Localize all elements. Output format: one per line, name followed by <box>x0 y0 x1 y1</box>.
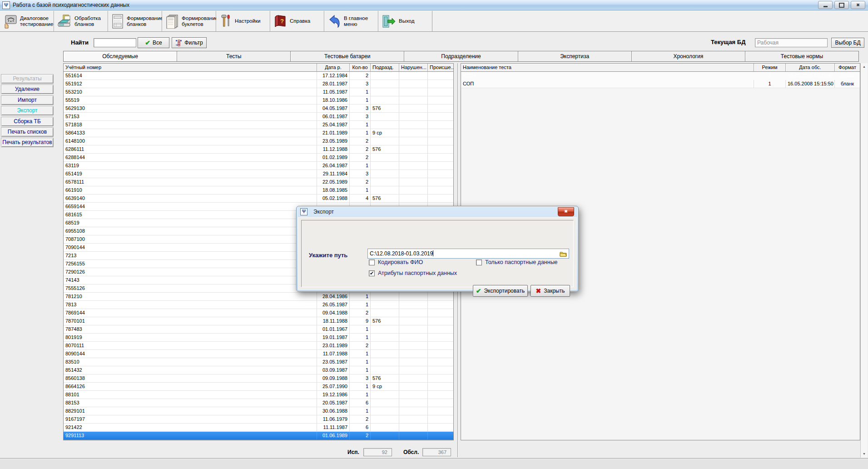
table-row[interactable]: 657811122.05.19892 <box>64 178 453 186</box>
tab-ekspertiza[interactable]: Экспертиза <box>518 51 632 61</box>
table-row[interactable]: 57181825.04.19871 <box>64 121 453 129</box>
table-row[interactable]: 78121028.04.19861 <box>64 293 453 301</box>
column-header-rezhim[interactable]: Режим <box>754 64 786 72</box>
table-row[interactable]: 929111301.06.19892 <box>64 432 453 440</box>
table-cell <box>399 195 428 203</box>
select-db-button[interactable]: Выбор БД <box>831 38 864 48</box>
table-row[interactable]: 866412625.07.199019 ср <box>64 383 453 391</box>
path-input[interactable]: C:\12.08.2018-01.03.2019 <box>367 249 569 259</box>
table-row[interactable]: 66191018.08.19851 <box>64 186 453 195</box>
table-row[interactable]: 55161417.12.19842 <box>64 72 453 80</box>
tab-testy[interactable]: Тесты <box>177 51 291 61</box>
tab-testovye-batarei[interactable]: Тестовые батареи <box>291 51 404 61</box>
table-row[interactable]: 92142211.11.19876 <box>64 424 453 432</box>
sidebar-item-udalenie[interactable]: Удаление <box>1 85 54 94</box>
table-row[interactable]: 628814401.02.19892 <box>64 154 453 162</box>
column-header-proisshe[interactable]: Происше... <box>428 64 453 72</box>
checkbox-passport-attributes[interactable]: Атрибуты паспортных данных <box>369 270 457 276</box>
table-row[interactable]: 85143203.09.19871 <box>64 366 453 374</box>
sidebar-item-pechat-rezultatov[interactable]: Печать результатов <box>1 138 54 147</box>
show-all-button[interactable]: ✔ Все <box>138 37 169 48</box>
table-cell: 26.05.1987 <box>317 301 350 309</box>
table-row[interactable]: 55321011.05.19871 <box>64 88 453 96</box>
table-row[interactable]: 5551918.10.19861 <box>64 96 453 105</box>
help-button[interactable]: ? Справка <box>270 11 324 31</box>
scroll-down-icon[interactable]: ▼ <box>861 450 868 458</box>
search-input[interactable] <box>94 38 136 47</box>
filter-button[interactable]: Фильтр <box>172 37 207 48</box>
dialog-close-action-button[interactable]: ✖ Закрыть <box>531 285 570 297</box>
column-header-data-r[interactable]: Дата р. <box>317 64 350 72</box>
checkbox-box[interactable] <box>476 259 482 265</box>
tab-testovye-normy[interactable]: Тестовые нормы <box>745 51 858 61</box>
vertical-scrollbar[interactable]: ▲ ▼ <box>860 63 868 458</box>
tab-podrazdelenie[interactable]: Подразделение <box>404 51 518 61</box>
column-header-naimenovanie[interactable]: Наименование теста <box>461 64 754 72</box>
sidebar-item-import[interactable]: Импорт <box>1 95 54 105</box>
table-row[interactable]: 65141929.11.19843 <box>64 170 453 178</box>
column-header-data-obs[interactable]: Дата обс. <box>786 64 835 72</box>
column-header-podrazd[interactable]: Подразд. <box>371 64 399 72</box>
table-cell <box>428 186 453 195</box>
table-row[interactable]: 586413321.01.198919 ср <box>64 129 453 137</box>
booklet-forming-button[interactable]: Формирование буклетов <box>162 11 216 31</box>
current-db-input[interactable] <box>755 38 828 47</box>
checkbox-passport-only[interactable]: Только паспортные данные <box>476 259 558 265</box>
table-row[interactable]: 55191228.01.19873 <box>64 80 453 88</box>
table-row[interactable]: 8351023.05.19871 <box>64 358 453 366</box>
sidebar-item-pechat-spiskov[interactable]: Печать списков <box>1 127 54 137</box>
table-row[interactable]: 5715306.01.19873 <box>64 113 453 121</box>
table-row[interactable]: 562913004.05.19873576 <box>64 105 453 113</box>
tab-khronologiya[interactable]: Хронология <box>632 51 745 61</box>
column-header-format[interactable]: Формат <box>835 64 860 72</box>
scroll-up-icon[interactable]: ▲ <box>861 63 868 70</box>
table-cell <box>371 186 399 195</box>
table-row[interactable]: ИТО+316.05.2008 15:15:49бланк <box>461 72 860 80</box>
exit-button[interactable]: Выход <box>378 11 432 31</box>
main-menu-button[interactable]: В главное меню <box>324 11 378 31</box>
table-cell <box>428 342 453 350</box>
column-header-uchetny-nomer[interactable]: Учётный номер <box>64 64 317 72</box>
dialog-testing-button[interactable]: Диалоговое тестирование <box>0 11 54 31</box>
table-row[interactable]: СОП116.05.2008 15:15:50бланк <box>461 80 860 88</box>
table-row[interactable]: 787010118.11.19889576 <box>64 317 453 325</box>
dialog-close-button[interactable]: ✖ <box>558 207 574 216</box>
browse-folder-button[interactable] <box>559 250 567 257</box>
table-cell <box>428 415 453 424</box>
table-row[interactable]: 8810119.12.19861 <box>64 391 453 399</box>
minimize-button[interactable] <box>818 1 833 9</box>
checkbox-box[interactable] <box>369 270 375 276</box>
table-row[interactable]: 6311926.04.19871 <box>64 162 453 170</box>
table-row[interactable]: 786914409.04.19882 <box>64 309 453 317</box>
sidebar-item-eksport[interactable]: Экспорт <box>1 106 54 115</box>
export-confirm-button[interactable]: ✔ Экспортировать <box>473 285 528 297</box>
table-cell <box>371 137 399 145</box>
table-row[interactable]: 614810023.05.19892 <box>64 137 453 145</box>
table-row[interactable]: 856013809.09.19883576 <box>64 374 453 383</box>
close-button[interactable]: ✖ <box>851 1 865 9</box>
dialog-title: Экспорт <box>313 209 334 215</box>
table-row[interactable]: 78748301.01.19671 <box>64 325 453 334</box>
table-row[interactable]: 80191919.01.19871 <box>64 334 453 342</box>
table-cell <box>399 72 428 80</box>
table-row[interactable]: 807011123.01.19892 <box>64 342 453 350</box>
settings-button[interactable]: Настройки <box>216 11 270 31</box>
blank-forming-button[interactable]: Формирование бланков <box>108 11 162 31</box>
tab-obsleduemye[interactable]: Обследуемые <box>64 51 177 61</box>
maximize-button[interactable] <box>834 1 849 9</box>
table-row[interactable]: 916719711.06.19792 <box>64 415 453 424</box>
table-cell: 8664126 <box>64 383 317 391</box>
table-row[interactable]: 809014411.07.19881 <box>64 350 453 358</box>
sidebar-item-sborka-tb[interactable]: Сборка ТБ <box>1 117 54 126</box>
checkbox-box[interactable] <box>369 259 375 265</box>
blank-processing-button[interactable]: Обработка бланков <box>54 11 108 31</box>
table-row[interactable]: 628611111.12.19882576 <box>64 145 453 154</box>
table-row[interactable]: 882910130.06.19881 <box>64 407 453 415</box>
checkbox-encode-fio[interactable]: Кодировать ФИО <box>369 259 423 265</box>
isp-label: Исп. <box>347 449 359 455</box>
table-row[interactable]: 663914005.02.19884576 <box>64 195 453 203</box>
table-row[interactable]: 8815320.05.19876 <box>64 399 453 407</box>
column-header-kolvo[interactable]: Кол-во <box>350 64 371 72</box>
column-header-narushen[interactable]: Нарушен... <box>399 64 428 72</box>
table-row[interactable]: 781326.05.19871 <box>64 301 453 309</box>
